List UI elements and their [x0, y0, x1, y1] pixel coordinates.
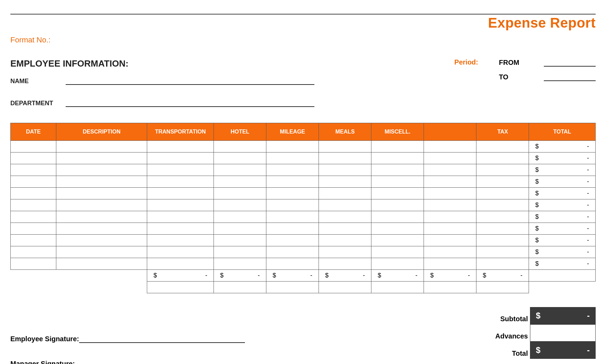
table-cell[interactable]: [319, 188, 371, 199]
table-cell[interactable]: [147, 199, 214, 211]
table-cell[interactable]: [214, 235, 266, 246]
table-cell[interactable]: [266, 223, 319, 235]
table-cell[interactable]: [214, 211, 266, 223]
table-cell[interactable]: [476, 211, 529, 223]
table-cell[interactable]: [214, 246, 266, 258]
table-cell[interactable]: [319, 258, 371, 270]
table-cell[interactable]: [371, 235, 424, 246]
table-cell[interactable]: [424, 176, 476, 188]
table-cell[interactable]: [214, 258, 266, 270]
table-cell[interactable]: [424, 211, 476, 223]
table-cell[interactable]: [214, 188, 266, 199]
table-cell[interactable]: [319, 199, 371, 211]
table-cell[interactable]: [147, 211, 214, 223]
table-cell[interactable]: [371, 223, 424, 235]
table-cell[interactable]: [147, 141, 214, 153]
table-cell[interactable]: [214, 223, 266, 235]
table-cell[interactable]: [266, 235, 319, 246]
from-input-line[interactable]: [544, 58, 596, 67]
to-input-line[interactable]: [544, 73, 596, 81]
table-cell[interactable]: [11, 176, 56, 188]
name-input-line[interactable]: [66, 77, 314, 85]
table-cell[interactable]: [147, 235, 214, 246]
table-cell[interactable]: [371, 176, 424, 188]
table-cell[interactable]: [424, 153, 476, 164]
table-cell[interactable]: [424, 235, 476, 246]
table-cell[interactable]: [371, 199, 424, 211]
manager-signature-line[interactable]: [75, 360, 241, 364]
table-cell[interactable]: [476, 199, 529, 211]
table-cell[interactable]: [147, 258, 214, 270]
table-cell[interactable]: [319, 223, 371, 235]
table-cell[interactable]: [147, 246, 214, 258]
table-cell[interactable]: [319, 176, 371, 188]
table-cell[interactable]: [266, 141, 319, 153]
table-cell[interactable]: [11, 188, 56, 199]
table-cell[interactable]: [147, 188, 214, 199]
table-cell[interactable]: [266, 188, 319, 199]
table-cell[interactable]: [11, 199, 56, 211]
table-cell[interactable]: [266, 199, 319, 211]
table-cell[interactable]: [56, 223, 147, 235]
table-cell[interactable]: [371, 164, 424, 176]
table-cell[interactable]: [371, 246, 424, 258]
table-cell[interactable]: [476, 141, 529, 153]
table-cell[interactable]: [214, 141, 266, 153]
table-cell[interactable]: [319, 164, 371, 176]
table-cell[interactable]: [371, 188, 424, 199]
table-cell[interactable]: [476, 176, 529, 188]
advances-value[interactable]: [530, 324, 596, 342]
table-cell[interactable]: [424, 164, 476, 176]
table-cell[interactable]: [11, 141, 56, 153]
table-cell[interactable]: [147, 176, 214, 188]
table-cell[interactable]: [424, 199, 476, 211]
table-cell[interactable]: [476, 188, 529, 199]
table-cell[interactable]: [56, 141, 147, 153]
table-cell[interactable]: [11, 223, 56, 235]
table-cell[interactable]: [11, 246, 56, 258]
table-cell[interactable]: [319, 246, 371, 258]
table-cell[interactable]: [266, 258, 319, 270]
table-cell[interactable]: [11, 164, 56, 176]
table-cell[interactable]: [424, 188, 476, 199]
table-cell[interactable]: [147, 223, 214, 235]
table-cell[interactable]: [11, 153, 56, 164]
table-cell[interactable]: [11, 258, 56, 270]
table-cell[interactable]: [476, 223, 529, 235]
table-cell[interactable]: [319, 153, 371, 164]
table-cell[interactable]: [56, 188, 147, 199]
table-cell[interactable]: [476, 258, 529, 270]
table-cell[interactable]: [56, 199, 147, 211]
table-cell[interactable]: [266, 246, 319, 258]
table-cell[interactable]: [214, 176, 266, 188]
table-cell[interactable]: [214, 199, 266, 211]
table-cell[interactable]: [56, 176, 147, 188]
table-cell[interactable]: [424, 246, 476, 258]
department-input-line[interactable]: [66, 99, 314, 107]
table-cell[interactable]: [266, 153, 319, 164]
table-cell[interactable]: [56, 246, 147, 258]
table-cell[interactable]: [371, 141, 424, 153]
table-cell[interactable]: [371, 153, 424, 164]
table-cell[interactable]: [266, 211, 319, 223]
table-cell[interactable]: [56, 258, 147, 270]
table-cell[interactable]: [266, 176, 319, 188]
table-cell[interactable]: [147, 153, 214, 164]
table-cell[interactable]: [214, 153, 266, 164]
table-cell[interactable]: [476, 235, 529, 246]
table-cell[interactable]: [11, 235, 56, 246]
table-cell[interactable]: [424, 258, 476, 270]
table-cell[interactable]: [319, 235, 371, 246]
table-cell[interactable]: [476, 164, 529, 176]
table-cell[interactable]: [56, 235, 147, 246]
table-cell[interactable]: [56, 211, 147, 223]
table-cell[interactable]: [319, 211, 371, 223]
table-cell[interactable]: [424, 223, 476, 235]
table-cell[interactable]: [371, 258, 424, 270]
table-cell[interactable]: [147, 164, 214, 176]
table-cell[interactable]: [319, 141, 371, 153]
employee-signature-line[interactable]: [79, 335, 245, 343]
table-cell[interactable]: [266, 164, 319, 176]
table-cell[interactable]: [11, 211, 56, 223]
table-cell[interactable]: [476, 246, 529, 258]
